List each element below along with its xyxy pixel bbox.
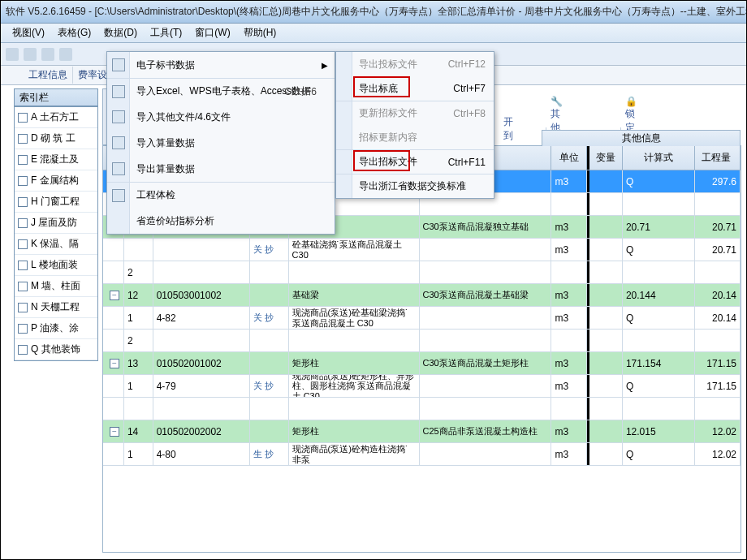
menu-tools[interactable]: 工具(T) (144, 24, 188, 41)
cell-expand[interactable] (103, 307, 124, 329)
table-row[interactable]: 关 抄砼基础浇捣˙泵送商品混凝土 C30m3Q20.71 (103, 239, 741, 261)
sidebar-item[interactable]: E 混凝土及 (15, 149, 97, 170)
sub-export-base[interactable]: 导出标底 Ctrl+F7 (336, 76, 494, 101)
tab-project-info[interactable]: 工程信息 (24, 67, 73, 84)
table-row[interactable] (103, 398, 741, 420)
menu-label: 导出投标文件 (359, 58, 417, 71)
menu-cost-station[interactable]: 省造价站指标分析 (107, 208, 335, 234)
checkbox-icon (18, 113, 28, 123)
cell-expand[interactable] (103, 398, 124, 420)
sidebar-item[interactable]: A 土石方工 (15, 107, 97, 128)
cell-index: 13 (124, 352, 153, 374)
cell-formula: 12.015 (623, 420, 695, 442)
cell-expand[interactable]: − (103, 352, 124, 374)
cell-unit: m3 (551, 216, 587, 238)
checkbox-icon (18, 155, 28, 165)
menu-import-qty[interactable]: 导入算量数据 (107, 130, 335, 156)
cell-unit: m3 (551, 420, 587, 442)
menu-table[interactable]: 表格(G) (51, 24, 97, 41)
cell-unit (551, 193, 587, 215)
sidebar-item-label: F 金属结构 (31, 174, 79, 187)
cell-expand[interactable]: − (103, 284, 124, 306)
cell-expand[interactable] (103, 443, 124, 465)
cell-name: 现浇商品(泵送)砼矩形柱、异形柱、圆形柱浇捣˙泵送商品混凝土 C30 (289, 375, 420, 397)
sidebar-item[interactable]: D 砌 筑 工 (15, 128, 97, 149)
tb-icon-2[interactable] (24, 48, 37, 61)
cell-expand[interactable] (103, 330, 124, 351)
menu-import-excel[interactable]: 导入Excel、WPS电子表格、Access数据 Ctrl+F6 (107, 78, 335, 104)
tb-icon-1[interactable] (6, 48, 19, 61)
cell-qty: 12.02 (695, 420, 741, 442)
sub-export-tender-file[interactable]: 导出投标文件 Ctrl+F12 (336, 52, 494, 76)
sidebar-item[interactable]: N 天棚工程 (15, 297, 97, 318)
cell-link: 关 抄 (250, 375, 289, 397)
sub-bid-update-content[interactable]: 招标更新内容 (336, 125, 494, 149)
checkbox-icon (18, 218, 28, 228)
th-unit: 单位 (551, 146, 587, 170)
cell-expand[interactable] (103, 239, 124, 261)
cell-unit: m3 (551, 170, 587, 192)
menu-data[interactable]: 数据(D) (97, 24, 144, 41)
cell-expand[interactable]: − (103, 420, 124, 442)
menu-help[interactable]: 帮助(H) (237, 24, 283, 41)
table-row[interactable]: 14-79关 抄现浇商品(泵送)砼矩形柱、异形柱、圆形柱浇捣˙泵送商品混凝土 C… (103, 375, 741, 398)
table-row[interactable]: −14010502002002矩形柱C25商品非泵送混凝土构造柱m312.015… (103, 420, 741, 443)
cell-index: 1 (124, 443, 153, 465)
cell-unit: m3 (551, 307, 587, 329)
cell-index: 2 (124, 261, 153, 283)
cell-formula: Q (623, 239, 695, 261)
cell-code: 010502001002 (153, 352, 250, 374)
sidebar-item[interactable]: M 墙、柱面 (15, 276, 97, 297)
title-bar: 软件 V5.2.6.16459 - [C:\Users\Administrato… (1, 1, 746, 24)
cell-feature (420, 307, 552, 329)
cell-unit: m3 (551, 284, 587, 306)
sidebar-item[interactable]: P 油漆、涂 (15, 318, 97, 339)
cell-index (124, 239, 153, 261)
cell-var (587, 239, 623, 261)
tb-icon-4[interactable] (59, 48, 72, 61)
sub-export-zj[interactable]: 导出浙江省数据交换标准 (336, 174, 494, 198)
cell-expand[interactable] (103, 375, 124, 397)
sidebar-item[interactable]: L 楼地面装 (15, 255, 97, 276)
sub-update-bid-file[interactable]: 更新招标文件 Ctrl+F8 (336, 101, 494, 125)
sidebar-item[interactable]: Q 其他装饰 (15, 339, 97, 360)
sidebar-item[interactable]: J 屋面及防 (15, 213, 97, 234)
menu-label: 电子标书数据 (136, 58, 195, 72)
cell-name (289, 330, 420, 351)
sidebar-item-label: P 油漆、涂 (31, 321, 79, 335)
menu-physical[interactable]: 工程体检 (107, 182, 335, 208)
menu-import-other[interactable]: 导入其他文件/4.6文件 (107, 104, 335, 130)
cell-name (289, 261, 420, 283)
sidebar-item[interactable]: F 金属结构 (15, 170, 97, 192)
sub-export-bid-file[interactable]: 导出招标文件 Ctrl+F11 (336, 149, 494, 174)
table-row[interactable]: 14-82关 抄现浇商品(泵送)砼基础梁浇捣˙泵送商品混凝土 C30m3Q20.… (103, 307, 741, 330)
table-row[interactable]: −12010503001002基础梁C30泵送商品混凝土基础梁m320.1442… (103, 284, 741, 307)
menu-window[interactable]: 窗口(W) (188, 24, 236, 41)
checkbox-icon (18, 134, 28, 144)
menu-label: 导出算量数据 (136, 162, 195, 176)
table-row[interactable]: 2 (103, 330, 741, 352)
checkbox-icon (18, 261, 28, 270)
check-icon (112, 189, 125, 202)
menu-label: 工程体检 (136, 188, 175, 202)
menu-label: 更新招标文件 (359, 106, 417, 120)
sidebar-item[interactable]: H 门窗工程 (15, 192, 97, 213)
cell-formula: Q (623, 375, 695, 397)
menu-electronic-tender[interactable]: 电子标书数据 ▶ (107, 52, 335, 78)
cell-link (250, 398, 289, 420)
table-row[interactable]: −13010502001002矩形柱C30泵送商品混凝土矩形柱m3171.154… (103, 352, 741, 375)
menu-view[interactable]: 视图(V) (6, 24, 51, 41)
cell-expand[interactable] (103, 261, 124, 283)
table-row[interactable]: 2 (103, 261, 741, 284)
cell-code: 010502002002 (153, 420, 250, 442)
menu-export-qty[interactable]: 导出算量数据 (107, 156, 335, 182)
sidebar-item-label: K 保温、隔 (31, 237, 79, 251)
cell-index: 12 (124, 284, 153, 306)
cell-qty: 20.14 (695, 307, 741, 329)
table-row[interactable]: 14-80生 抄现浇商品(泵送)砼构造柱浇捣˙非泵m3Q12.02 (103, 443, 741, 466)
sidebar-item[interactable]: K 保温、隔 (15, 234, 97, 255)
cell-unit (551, 261, 587, 283)
sidebar-item-label: A 土石方工 (31, 110, 79, 124)
cell-var (587, 443, 623, 465)
tb-icon-3[interactable] (41, 48, 54, 61)
